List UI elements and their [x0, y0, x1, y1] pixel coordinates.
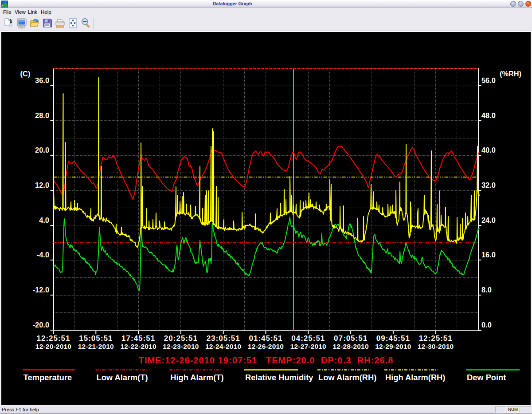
svg-text:12:25:51: 12:25:51	[36, 334, 70, 343]
svg-text:12:25:51: 12:25:51	[419, 334, 453, 343]
svg-text:12.0: 12.0	[35, 181, 49, 189]
svg-text:12-24-2010: 12-24-2010	[205, 343, 241, 350]
svg-text:Dew Point: Dew Point	[467, 373, 506, 382]
svg-text:12-29-2010: 12-29-2010	[375, 343, 411, 350]
svg-text:8.0: 8.0	[481, 286, 492, 294]
svg-text:4.0: 4.0	[39, 216, 49, 224]
svg-text:04:25:51: 04:25:51	[291, 334, 325, 343]
svg-text:0.0: 0.0	[481, 321, 492, 329]
svg-text:12-26-2010: 12-26-2010	[248, 343, 284, 350]
svg-text:12-27-2010: 12-27-2010	[290, 343, 326, 350]
svg-text:(%RH): (%RH)	[500, 70, 521, 78]
svg-text:40.0: 40.0	[481, 146, 496, 154]
svg-text:Temperature: Temperature	[23, 373, 72, 382]
svg-text:17:45:51: 17:45:51	[121, 334, 155, 343]
svg-text:Low Alarm(T): Low Alarm(T)	[97, 373, 148, 382]
svg-text:-12.0: -12.0	[33, 286, 49, 294]
svg-text:48.0: 48.0	[481, 111, 496, 119]
svg-text:16.0: 16.0	[481, 251, 496, 259]
svg-text:Low Alarm(RH): Low Alarm(RH)	[318, 373, 376, 382]
svg-text:-4.0: -4.0	[37, 251, 49, 259]
svg-text:15:05:51: 15:05:51	[79, 334, 113, 343]
svg-text:23:05:51: 23:05:51	[207, 334, 240, 343]
svg-text:12-20-2010: 12-20-2010	[35, 343, 71, 350]
svg-text:56.0: 56.0	[481, 76, 496, 84]
svg-text:12-23-2010: 12-23-2010	[163, 343, 199, 350]
svg-text:28.0: 28.0	[35, 111, 49, 119]
svg-text:24.0: 24.0	[481, 216, 496, 224]
svg-text:01:45:51: 01:45:51	[249, 334, 282, 343]
svg-text:32.0: 32.0	[481, 181, 496, 189]
svg-text:High Alarm(RH): High Alarm(RH)	[385, 373, 445, 382]
svg-text:12-21-2010: 12-21-2010	[78, 343, 114, 350]
svg-text:High Alarm(T): High Alarm(T)	[170, 373, 223, 382]
svg-text:07:05:51: 07:05:51	[334, 334, 368, 343]
svg-text:12-22-2010: 12-22-2010	[120, 343, 156, 350]
svg-text:12-28-2010: 12-28-2010	[332, 343, 368, 350]
svg-text:09:45:51: 09:45:51	[376, 334, 410, 343]
svg-text:-20.0: -20.0	[33, 321, 49, 329]
svg-text:36.0: 36.0	[35, 76, 49, 84]
svg-text:(C): (C)	[20, 70, 31, 78]
svg-text:Relative Humidity: Relative Humidity	[245, 373, 313, 382]
svg-text:TIME:12-26-2010 19:07:51 TEM: TIME:12-26-2010 19:07:51 TEMP:20.0 DP:0.…	[139, 355, 394, 365]
svg-text:12-30-2010: 12-30-2010	[418, 343, 454, 350]
svg-text:20.0: 20.0	[35, 146, 49, 154]
svg-text:20:25:51: 20:25:51	[164, 334, 198, 343]
